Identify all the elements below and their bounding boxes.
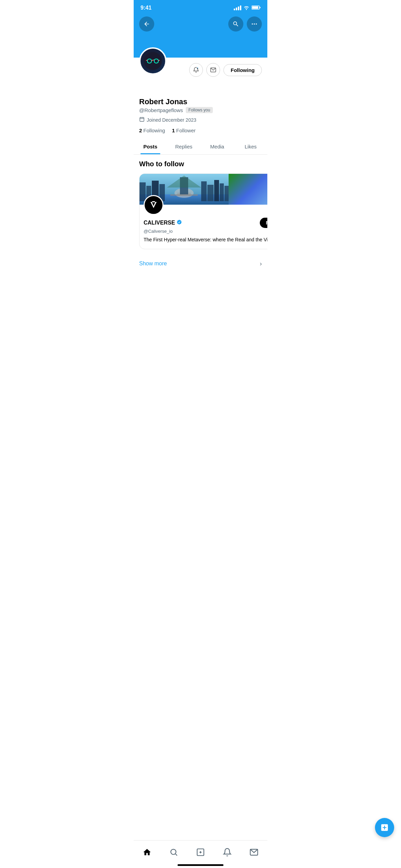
- who-to-follow-header: Who to follow: [134, 155, 267, 171]
- tab-posts[interactable]: Posts: [134, 139, 167, 154]
- follow-caliverse-button[interactable]: Follow: [260, 218, 267, 228]
- battery-icon: [252, 5, 260, 11]
- tab-likes[interactable]: Likes: [234, 139, 268, 154]
- tab-media[interactable]: Media: [200, 139, 234, 154]
- caliverse-avatar-wrap: [144, 195, 163, 215]
- profile-header: [134, 14, 267, 37]
- caliverse-name-row: CALIVERSE Follow: [144, 218, 267, 228]
- signal-icon: [234, 5, 241, 10]
- tab-replies[interactable]: Replies: [167, 139, 201, 154]
- follow-card-caliverse: CALIVERSE Follow @Caliverse_io The First…: [139, 173, 267, 249]
- show-more-arrow-icon: ›: [260, 260, 262, 267]
- back-button[interactable]: [139, 16, 154, 32]
- profile-avatar-container: [139, 47, 167, 75]
- follower-stat[interactable]: 1 Follower: [172, 128, 196, 133]
- profile-tabs: Posts Replies Media Likes: [134, 139, 267, 155]
- verified-blue-icon: [177, 219, 182, 226]
- svg-point-4: [254, 23, 255, 24]
- show-more-text: Show more: [139, 261, 167, 267]
- following-stat[interactable]: 2 Following: [139, 128, 165, 133]
- profile-info: Robert Jonas @Robertpageflows Follows yo…: [134, 95, 267, 133]
- profile-handle-row: @Robertpageflows Follows you: [139, 107, 262, 113]
- svg-rect-25: [201, 181, 207, 201]
- calendar-icon: [139, 117, 145, 123]
- status-bar: 9:41: [134, 0, 267, 14]
- profile-cover: [134, 37, 267, 58]
- svg-point-3: [252, 23, 253, 24]
- svg-rect-2: [259, 7, 260, 8]
- joined-text: Joined December 2023: [147, 117, 196, 123]
- svg-rect-27: [214, 180, 219, 201]
- caliverse-name: CALIVERSE: [144, 219, 182, 226]
- avatar: [139, 47, 167, 75]
- svg-point-6: [144, 52, 162, 70]
- following-button[interactable]: Following: [223, 64, 262, 76]
- caliverse-avatar: [144, 195, 163, 215]
- profile-name: Robert Jonas: [139, 97, 262, 106]
- header-actions: [228, 16, 262, 32]
- follows-you-badge: Follows you: [186, 107, 213, 113]
- svg-rect-34: [152, 201, 155, 202]
- message-button[interactable]: [206, 63, 220, 77]
- svg-rect-24: [170, 194, 198, 196]
- following-label: Following: [143, 128, 165, 133]
- follower-count: 1: [172, 128, 175, 133]
- caliverse-card-body: CALIVERSE Follow @Caliverse_io The First…: [139, 215, 267, 249]
- svg-rect-12: [140, 118, 144, 121]
- svg-rect-28: [220, 183, 224, 201]
- more-options-button[interactable]: [247, 16, 262, 32]
- wifi-icon: [243, 5, 250, 11]
- svg-rect-26: [207, 185, 214, 201]
- status-time: 9:41: [141, 5, 151, 11]
- svg-rect-1: [252, 6, 258, 9]
- search-button[interactable]: [228, 16, 243, 32]
- caliverse-handle: @Caliverse_io: [144, 229, 267, 234]
- show-more-row[interactable]: Show more ›: [134, 255, 267, 273]
- svg-point-32: [147, 198, 160, 212]
- profile-stats: 2 Following 1 Follower: [139, 128, 262, 133]
- notify-button[interactable]: +: [189, 63, 203, 77]
- following-count: 2: [139, 128, 142, 133]
- profile-handle: @Robertpageflows: [139, 107, 183, 113]
- profile-joined: Joined December 2023: [139, 117, 262, 123]
- follower-label: Follower: [176, 128, 196, 133]
- svg-point-5: [256, 23, 257, 24]
- svg-rect-29: [224, 186, 229, 201]
- caliverse-description: The First Hyper-real Metaverse: where th…: [144, 237, 267, 243]
- status-icons: [234, 5, 260, 11]
- follow-cards-scroll: CALIVERSE Follow @Caliverse_io The First…: [134, 171, 267, 255]
